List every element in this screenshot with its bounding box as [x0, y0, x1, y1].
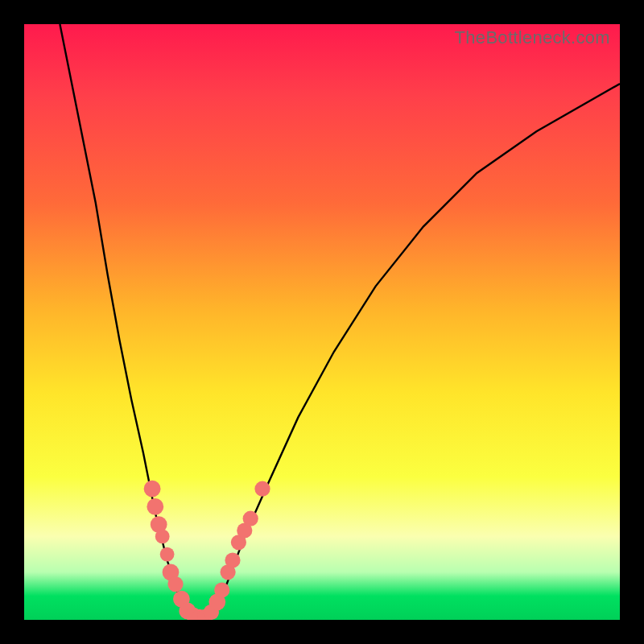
curve-svg [24, 24, 620, 620]
marker-group [144, 481, 270, 620]
bottleneck-curve [60, 24, 620, 620]
data-marker [160, 547, 175, 562]
data-marker [155, 530, 170, 544]
data-marker [254, 481, 270, 497]
data-marker [225, 552, 240, 568]
data-marker [243, 511, 258, 526]
data-marker [147, 498, 163, 515]
chart-frame: TheBottleneck.com [0, 0, 644, 644]
data-marker [167, 576, 183, 592]
data-marker [144, 481, 161, 497]
plot-area: TheBottleneck.com [24, 24, 620, 620]
data-marker [214, 582, 229, 597]
